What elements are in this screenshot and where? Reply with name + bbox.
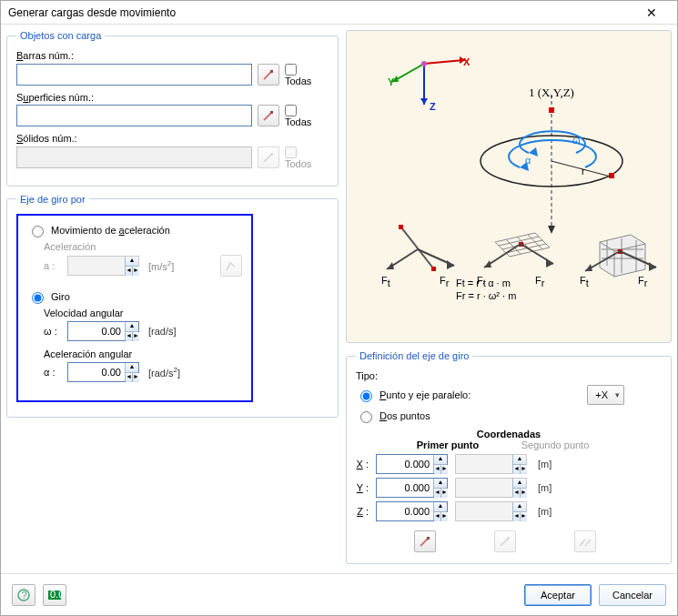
cancel-button[interactable]: Cancelar — [599, 584, 666, 606]
svg-rect-25 — [399, 225, 403, 229]
pick-solids-icon — [258, 146, 279, 168]
svg-rect-3 — [270, 111, 273, 114]
close-icon[interactable]: ✕ — [633, 1, 670, 25]
svg-marker-28 — [387, 262, 394, 269]
pick-bars-icon[interactable] — [258, 64, 279, 86]
z-axis-label: Z — [430, 101, 436, 112]
unit-m: [m] — [538, 459, 552, 470]
svg-rect-26 — [431, 267, 436, 271]
x-axis-label: X — [463, 56, 470, 67]
svg-line-2 — [264, 113, 271, 120]
svg-line-0 — [264, 72, 271, 79]
ft-label-3: Ft — [580, 275, 589, 288]
chevron-down-icon: ▾ — [615, 390, 620, 399]
rotation-radio[interactable]: Giro — [27, 289, 242, 304]
y-label: Y : — [356, 482, 369, 493]
z2-input: ▲◄► — [455, 501, 527, 521]
accel-unit: [m/s2] — [148, 259, 174, 272]
svg-text:?: ? — [22, 589, 27, 600]
help-icon[interactable]: ? — [12, 584, 35, 606]
titlebar: Generar cargas desde movimiento ✕ — [1, 1, 677, 25]
secondary-header: Segundo punto — [505, 439, 605, 450]
ang-vel-label: Velocidad angular — [44, 308, 242, 318]
svg-marker-39 — [484, 260, 491, 268]
ang-acc-label: Aceleración angular — [44, 348, 242, 359]
svg-text:0.00: 0.00 — [50, 589, 62, 600]
svg-point-12 — [421, 61, 427, 66]
alpha-symbol: α : — [44, 367, 62, 378]
solids-input — [16, 146, 252, 168]
fr-label-3: Fr — [638, 275, 647, 288]
z1-input[interactable]: ▲◄► — [376, 501, 448, 521]
window-title: Generar cargas desde movimiento — [8, 1, 176, 25]
accel-input: ▲◄► — [67, 256, 139, 276]
units-icon[interactable]: 0.00 — [43, 584, 66, 606]
surfaces-label: Superficies núm.: — [16, 92, 329, 103]
svg-rect-55 — [507, 537, 510, 540]
svg-line-52 — [420, 539, 428, 546]
bars-all-checkbox[interactable]: Todas — [285, 63, 329, 86]
svg-rect-1 — [270, 70, 273, 73]
x-label: X : — [356, 459, 369, 470]
svg-rect-5 — [270, 153, 273, 156]
pick-both-icon — [574, 530, 596, 552]
primary-header: Primer punto — [398, 439, 498, 450]
svg-line-56 — [580, 540, 585, 546]
z-label: Z : — [356, 506, 369, 517]
y1-input[interactable]: ▲◄► — [376, 478, 448, 498]
ang-vel-unit: [rad/s] — [148, 326, 177, 337]
svg-rect-17 — [609, 173, 614, 178]
fr-label: Fr — [440, 275, 449, 288]
axis-def-legend: Definición del eje de giro — [356, 350, 472, 361]
y-axis-label: Y — [388, 76, 394, 87]
coord-title: Coordenadas — [356, 429, 662, 439]
svg-line-57 — [585, 540, 591, 546]
objects-legend: Objetos con carga — [16, 30, 105, 41]
omega-symbol: ω : — [44, 326, 62, 337]
svg-rect-15 — [549, 107, 554, 113]
pick-point2-icon — [494, 530, 516, 552]
axis-mode-legend: Eje de giro por — [16, 194, 89, 205]
type-label: Tipo: — [356, 370, 662, 381]
two-points-radio[interactable]: Dos puntos — [356, 409, 430, 423]
bars-label: Barras núm.: — [16, 50, 329, 61]
axis-mode-group: Eje de giro por Movimiento de aceleració… — [6, 194, 339, 418]
axis-select[interactable]: +X▾ — [587, 385, 624, 405]
axis-definition-group: Definición del eje de giro Tipo: Punto y… — [346, 350, 672, 564]
svg-marker-49 — [585, 264, 592, 271]
objects-group: Objetos con carga Barras núm.: Todas Sup… — [6, 30, 339, 187]
ang-acc-unit: [rad/s2] — [148, 366, 180, 379]
mini-diagram-bar: Ft Fr — [383, 222, 465, 292]
svg-text:r: r — [582, 166, 585, 177]
dialog-window: Generar cargas desde movimiento ✕ Objeto… — [0, 0, 678, 616]
formula-block: Ft = r · α · m Fr = r · ω² · m — [456, 277, 516, 302]
accel-radio[interactable]: Movimiento de aceleración — [27, 223, 242, 237]
ft-label: Ft — [381, 275, 390, 288]
surfaces-input[interactable] — [16, 105, 252, 126]
svg-line-24 — [401, 227, 434, 269]
accel-pick-icon — [220, 255, 242, 277]
diagram-area: X Y Z 1 (X,Y,Z) — [346, 30, 672, 343]
svg-text:α: α — [525, 155, 531, 166]
solids-label: Sólidos núm.: — [16, 133, 329, 144]
bars-input[interactable] — [16, 64, 252, 86]
footer-bar: ? 0.00 Aceptar Cancelar — [1, 573, 677, 615]
ang-vel-input[interactable]: ▲◄► — [67, 321, 139, 341]
ok-button[interactable]: Aceptar — [524, 584, 592, 606]
svg-marker-11 — [420, 98, 428, 105]
surfaces-all-checkbox[interactable]: Todas — [285, 105, 329, 128]
fr-label-2: Fr — [535, 275, 544, 288]
x1-input[interactable]: ▲◄► — [376, 454, 448, 474]
solids-all-checkbox: Todos — [285, 146, 329, 169]
svg-line-4 — [264, 155, 271, 162]
svg-rect-53 — [427, 537, 430, 540]
parallel-radio[interactable]: Punto y eje paralelo: — [356, 388, 471, 402]
y2-input: ▲◄► — [455, 478, 527, 498]
pick-surfaces-icon[interactable] — [258, 105, 279, 126]
pick-point1-icon[interactable] — [414, 530, 436, 552]
svg-line-54 — [501, 539, 508, 546]
svg-line-6 — [424, 60, 465, 64]
mini-diagram-solid: Ft Fr — [582, 222, 663, 292]
x2-input: ▲◄► — [455, 454, 527, 474]
ang-acc-input[interactable]: ▲◄► — [67, 362, 139, 382]
